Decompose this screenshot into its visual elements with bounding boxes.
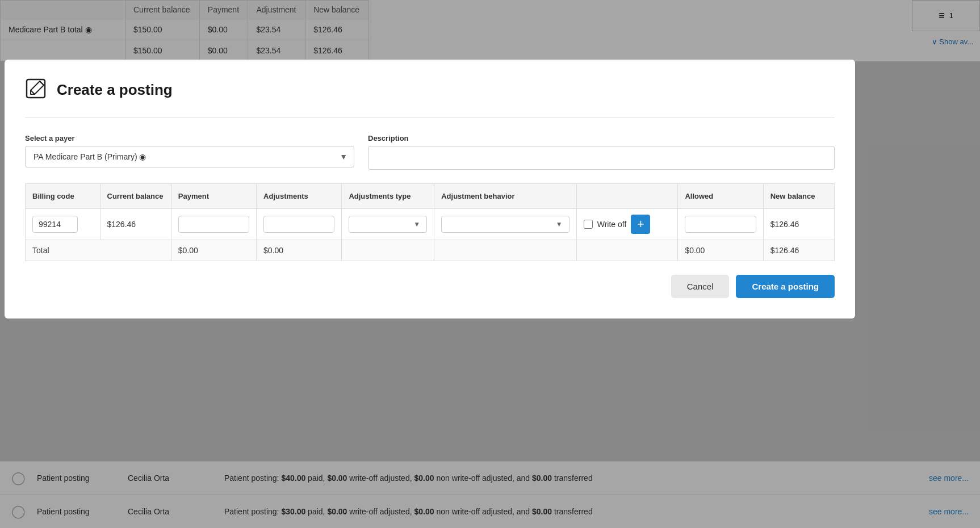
add-row-button[interactable]: + [631,215,650,234]
th-writeoff-spacer [576,184,678,209]
th-current-balance: Current balance [100,184,171,209]
payer-label: Select a payer [25,134,354,143]
th-billing-code: Billing code [26,184,100,209]
billing-code-input[interactable] [32,216,78,233]
writeoff-cell: Write off + [576,209,678,240]
form-row: Select a payer PA Medicare Part B (Prima… [25,134,835,170]
new-balance-cell: $126.46 [763,209,834,240]
th-payment: Payment [171,184,256,209]
adj-behavior-select-wrapper: ▼ [441,216,569,233]
adj-behavior-select[interactable] [441,216,569,233]
total-adj-beh-empty [434,240,577,261]
svg-rect-0 [27,79,45,98]
payment-cell [171,209,256,240]
description-group: Description [368,134,835,170]
th-adjustment-behavior: Adjustment behavior [434,184,577,209]
current-balance-cell: $126.46 [100,209,171,240]
writeoff-checkbox[interactable] [584,220,593,229]
create-posting-modal: Create a posting Select a payer PA Medic… [5,60,855,319]
payer-select-wrapper: PA Medicare Part B (Primary) ◉ ▼ [25,146,354,167]
modal-title: Create a posting [57,81,173,99]
payer-select[interactable]: PA Medicare Part B (Primary) ◉ [25,146,354,167]
writeoff-container: Write off + [584,215,671,234]
total-new-balance: $126.46 [763,240,834,261]
writeoff-label: Write off [597,220,627,229]
total-row: Total $0.00 $0.00 $0.00 $126.46 [26,240,835,261]
table-row: $126.46 ▼ [26,209,835,240]
th-allowed: Allowed [678,184,763,209]
payment-input[interactable] [178,216,249,233]
current-balance-value: $126.46 [107,220,136,229]
total-payment: $0.00 [171,240,256,261]
create-posting-button[interactable]: Create a posting [736,275,835,298]
description-input[interactable] [368,146,835,170]
description-label: Description [368,134,835,143]
total-label: Total [26,240,171,261]
total-allowed: $0.00 [678,240,763,261]
adj-type-select[interactable] [349,216,427,233]
adjustment-cell [257,209,342,240]
allowed-cell [678,209,763,240]
new-balance-value: $126.46 [770,220,799,229]
total-adjustments: $0.00 [257,240,342,261]
posting-table: Billing code Current balance Payment Adj… [25,183,835,261]
adj-type-select-wrapper: ▼ [349,216,427,233]
modal-footer: Cancel Create a posting [25,275,835,298]
modal-divider [25,118,835,118]
th-adjustments-type: Adjustments type [342,184,434,209]
modal-header: Create a posting [25,78,835,102]
cancel-button[interactable]: Cancel [671,275,730,298]
adj-behavior-cell: ▼ [434,209,577,240]
th-adjustments: Adjustments [257,184,342,209]
total-writeoff-empty [576,240,678,261]
edit-icon [25,78,49,102]
payer-group: Select a payer PA Medicare Part B (Prima… [25,134,354,167]
adj-type-cell: ▼ [342,209,434,240]
allowed-input[interactable] [685,216,756,233]
adjustment-input[interactable] [263,216,334,233]
billing-code-cell [26,209,100,240]
total-adj-type-empty [342,240,434,261]
th-new-balance: New balance [763,184,834,209]
